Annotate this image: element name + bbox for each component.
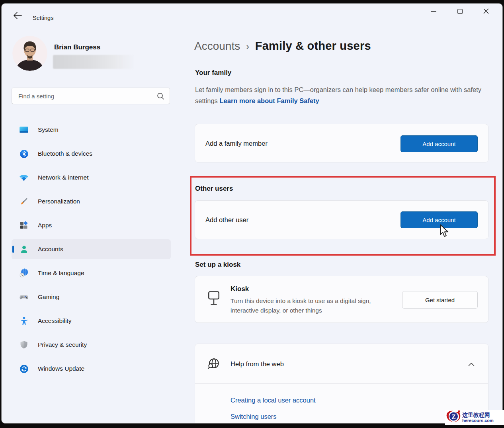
watermark-title: 这里教程网 [462, 412, 494, 418]
sidebar-item-accessibility[interactable]: Accessibility [12, 311, 171, 331]
close-button[interactable] [473, 4, 499, 20]
svg-text:Z: Z [451, 413, 456, 420]
sidebar-item-network[interactable]: Network & internet [12, 168, 171, 188]
gaming-icon [19, 292, 29, 302]
other-users-heading: Other users [195, 185, 233, 193]
add-other-user-card: Add other user Add account [195, 200, 488, 239]
sidebar-item-label: Bluetooth & devices [38, 150, 92, 157]
family-safety-link[interactable]: Learn more about Family Safety [219, 97, 319, 104]
search-icon [157, 92, 164, 102]
help-link-local-account[interactable]: Creating a local user account [231, 397, 488, 404]
screenshot-root: Settings [0, 0, 504, 428]
your-family-description: Let family members sign in to this PC—or… [195, 84, 493, 106]
sidebar-item-bluetooth[interactable]: Bluetooth & devices [12, 144, 171, 164]
kiosk-display-icon [207, 290, 221, 310]
back-button[interactable] [10, 10, 25, 23]
window-controls [420, 4, 499, 20]
help-heading: Help from the web [231, 360, 284, 367]
system-icon [19, 125, 29, 135]
watermark-logo: Z [445, 410, 461, 426]
network-icon [19, 172, 29, 183]
search-box [12, 88, 170, 104]
add-family-member-card: Add a family member Add account [195, 124, 488, 162]
time-language-icon [19, 268, 29, 278]
accounts-icon [19, 244, 29, 254]
avatar [12, 36, 47, 71]
settings-window: Settings [1, 3, 503, 424]
sidebar-item-label: Gaming [38, 293, 59, 301]
windows-update-icon [19, 364, 29, 374]
kiosk-title: Kiosk [231, 285, 249, 293]
sidebar-item-gaming[interactable]: Gaming [12, 287, 171, 307]
watermark-badge: Z 这里教程网 herecours.com [445, 410, 504, 425]
add-other-account-button[interactable]: Add account [400, 211, 478, 228]
add-family-account-button[interactable]: Add account [400, 135, 478, 152]
help-links: Creating a local user account Switching … [195, 384, 488, 420]
sidebar-item-label: System [38, 126, 59, 133]
page-title: Family & other users [255, 39, 371, 53]
sidebar-item-privacy[interactable]: Privacy & security [12, 335, 171, 355]
maximize-icon [457, 8, 463, 16]
apps-icon [19, 220, 29, 231]
search-input[interactable] [12, 88, 170, 104]
accessibility-icon [19, 316, 29, 326]
profile-name: Brian Burgess [54, 43, 100, 51]
sidebar-item-accounts[interactable]: Accounts [12, 239, 171, 259]
sidebar-item-system[interactable]: System [12, 120, 171, 140]
privacy-icon [19, 340, 29, 350]
sidebar-item-label: Personalization [38, 198, 80, 205]
chevron-right-icon: › [246, 41, 249, 52]
close-icon [483, 8, 489, 16]
minimize-button[interactable] [420, 4, 447, 20]
minimize-icon [431, 8, 436, 16]
your-family-heading: Your family [195, 69, 231, 77]
sidebar-item-apps[interactable]: Apps [12, 215, 171, 235]
breadcrumb: Accounts › Family & other users [194, 39, 371, 53]
breadcrumb-parent[interactable]: Accounts [194, 40, 240, 53]
globe-search-icon [206, 357, 221, 373]
sidebar-item-windows-update[interactable]: Windows Update [12, 359, 171, 379]
add-family-member-label: Add a family member [205, 139, 268, 147]
sidebar-item-label: Network & internet [38, 174, 89, 181]
chevron-up-icon[interactable] [468, 361, 475, 368]
back-icon [13, 12, 22, 21]
get-started-button[interactable]: Get started [402, 291, 478, 309]
sidebar-item-label: Windows Update [38, 365, 84, 372]
help-card: Help from the web Creating a local user … [195, 344, 488, 424]
kiosk-heading: Set up a kiosk [195, 261, 240, 269]
app-title: Settings [33, 15, 53, 21]
maximize-button[interactable] [447, 4, 473, 20]
sidebar-item-label: Time & language [38, 270, 84, 277]
add-other-user-label: Add other user [205, 216, 248, 224]
bluetooth-icon [19, 149, 29, 159]
sidebar-item-personalization[interactable]: Personalization [12, 192, 171, 211]
sidebar-nav: System Bluetooth & devices Network & int… [12, 120, 171, 383]
watermark-domain: herecours.com [462, 418, 494, 423]
kiosk-description: Turn this device into a kiosk to use as … [231, 296, 390, 315]
sidebar-item-time-language[interactable]: Time & language [12, 263, 171, 283]
profile-email-redacted [53, 55, 135, 69]
personalization-icon [19, 196, 29, 207]
sidebar-item-label: Accounts [38, 246, 63, 253]
help-header[interactable]: Help from the web [195, 344, 488, 384]
kiosk-card: Kiosk Turn this device into a kiosk to u… [195, 276, 488, 323]
sidebar-item-label: Privacy & security [38, 341, 87, 348]
sidebar-item-label: Accessibility [38, 317, 71, 324]
sidebar-item-label: Apps [38, 222, 52, 229]
